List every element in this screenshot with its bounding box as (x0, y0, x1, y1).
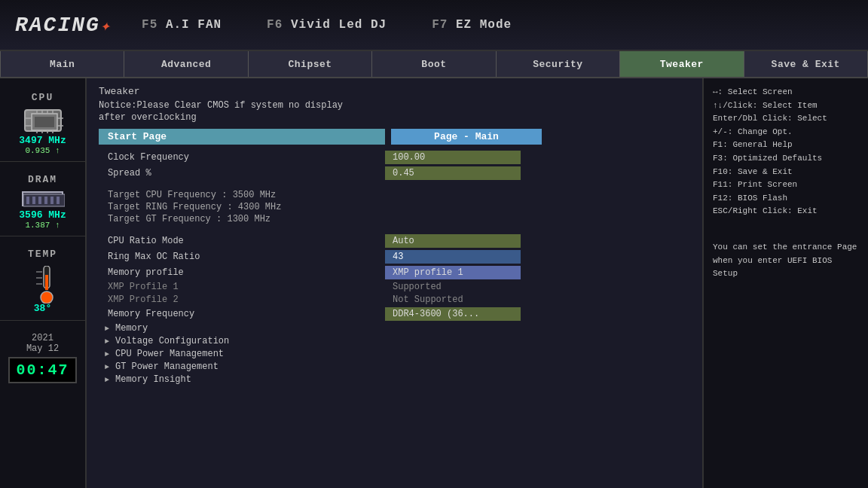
arrow-icon-cpu-power: ► (105, 350, 109, 358)
tab-main[interactable]: Main (0, 51, 124, 77)
notice-line1: Notice:Please Clear CMOS if system no di… (99, 100, 690, 111)
left-sidebar: CPU 3497 (0, 78, 87, 488)
logo: RACING✦ (15, 14, 112, 37)
xmp2-label: XMP Profile 2 (99, 294, 385, 305)
cpu-ratio-value: Auto (385, 234, 521, 248)
cpu-section: CPU 3497 (0, 86, 85, 162)
svg-rect-16 (32, 197, 35, 204)
section-title: Tweaker (99, 86, 690, 97)
target-ring: Target RING Frequency : 4300 MHz (99, 202, 690, 212)
right-panel: ↔: Select Screen ↑↓/Click: Select Item E… (702, 78, 868, 488)
help-description: You can set the entrance Page when you e… (713, 241, 859, 281)
cpu-label: CPU (32, 92, 53, 103)
expandable-memory[interactable]: ► Memory (99, 323, 690, 334)
xmp1-label: XMP Profile 1 (99, 282, 385, 292)
help-shortcuts: ↔: Select Screen ↑↓/Click: Select Item E… (713, 86, 859, 218)
tab-tweaker[interactable]: Tweaker (620, 51, 744, 77)
dram-section: DRAM 3596 MHz 1.387 ↑ (0, 168, 85, 236)
svg-rect-15 (26, 197, 29, 204)
spread-row[interactable]: Spread % 0.45 (99, 166, 690, 180)
expandable-cpu-power-label: CPU Power Management (115, 349, 224, 359)
tab-chipset[interactable]: Chipset (249, 51, 372, 77)
ring-max-label: Ring Max OC Ratio (99, 252, 385, 262)
xmp1-row: XMP Profile 1 Supported (99, 282, 690, 292)
clock-freq-label: Clock Frequency (99, 152, 385, 163)
xmp2-value: Not Supported (385, 294, 463, 305)
expandable-cpu-power[interactable]: ► CPU Power Management (99, 349, 690, 359)
tab-security[interactable]: Security (497, 51, 620, 77)
logo-text: RACING✦ (15, 14, 112, 37)
cpu-ratio-label: CPU Ratio Mode (99, 236, 385, 246)
mem-freq-label: Memory Frequency (99, 309, 385, 319)
dram-freq: 3596 MHz (19, 209, 66, 221)
dram-volt: 1.387 ↑ (25, 221, 60, 230)
menu-bar: Main Advanced Chipset Boot Security Twea… (0, 51, 868, 78)
temp-label: TEMP (28, 249, 57, 260)
expandable-gt-power-label: GT Power Management (115, 361, 219, 372)
cpu-ratio-row[interactable]: CPU Ratio Mode Auto (99, 234, 690, 248)
top-nav-f5[interactable]: F5 A.I FAN (142, 18, 222, 32)
top-bar: RACING✦ F5 A.I FAN F6 Vivid Led DJ F7 EZ… (0, 0, 868, 51)
date-month-day: May 12 (26, 343, 59, 354)
spread-label: Spread % (99, 168, 385, 178)
temp-section: TEMP 38° (0, 242, 85, 321)
date-year: 2021 (32, 333, 53, 343)
clock-freq-row[interactable]: Clock Frequency 100.00 (99, 151, 690, 164)
svg-rect-1 (35, 117, 54, 127)
arrow-icon-mem-insight: ► (105, 376, 109, 384)
svg-rect-22 (45, 275, 48, 290)
target-cpu: Target CPU Frequency : 3500 MHz (99, 190, 690, 200)
expandable-mem-insight[interactable]: ► Memory Insight (99, 374, 690, 385)
svg-rect-20 (57, 197, 60, 204)
notice-line2: after overclocking (99, 112, 690, 123)
mem-profile-value: XMP profile 1 (385, 266, 521, 279)
ring-max-value: 43 (385, 250, 521, 264)
main-layout: CPU 3497 (0, 78, 868, 488)
start-page-value: Page - Main (391, 129, 542, 145)
tab-save-exit[interactable]: Save & Exit (744, 51, 868, 77)
ring-max-row[interactable]: Ring Max OC Ratio 43 (99, 250, 690, 264)
arrow-icon-voltage: ► (105, 337, 109, 346)
svg-rect-17 (38, 197, 41, 204)
mem-freq-value: DDR4-3600 (36... (385, 307, 521, 321)
expandable-voltage-label: Voltage Configuration (115, 336, 229, 346)
xmp1-value: Supported (385, 282, 442, 292)
arrow-icon-gt-power: ► (105, 363, 109, 371)
cpu-icon (24, 109, 62, 132)
mem-freq-row[interactable]: Memory Frequency DDR4-3600 (36... (99, 307, 690, 321)
temp-value: 38° (34, 303, 51, 314)
target-gt: Target GT Frequency : 1300 MHz (99, 214, 690, 224)
svg-rect-19 (50, 197, 53, 204)
temp-icon (32, 266, 54, 300)
content-area: Tweaker Notice:Please Clear CMOS if syst… (87, 78, 702, 488)
top-nav-f6[interactable]: F6 Vivid Led DJ (267, 18, 387, 32)
tab-boot[interactable]: Boot (372, 51, 496, 77)
svg-rect-18 (44, 197, 47, 204)
arrow-icon-memory: ► (105, 325, 109, 333)
xmp2-row: XMP Profile 2 Not Supported (99, 294, 690, 305)
time-display: 00:47 (8, 357, 76, 383)
top-nav-f7[interactable]: F7 EZ Mode (432, 18, 512, 32)
expandable-voltage[interactable]: ► Voltage Configuration (99, 336, 690, 346)
date-section: 2021 May 12 00:47 (8, 327, 76, 389)
spread-value: 0.45 (385, 166, 521, 180)
svg-point-23 (41, 291, 53, 303)
mem-profile-row[interactable]: Memory profile XMP profile 1 (99, 266, 690, 279)
expandable-mem-insight-label: Memory Insight (115, 374, 191, 385)
cpu-volt: 0.935 ↑ (25, 146, 60, 155)
clock-freq-value: 100.00 (385, 151, 521, 164)
expandable-gt-power[interactable]: ► GT Power Management (99, 361, 690, 372)
cpu-freq: 3497 MHz (19, 135, 66, 146)
start-page-label: Start Page (99, 129, 385, 145)
start-page-row[interactable]: Start Page Page - Main (99, 129, 690, 145)
expandable-memory-label: Memory (115, 323, 148, 334)
dram-label: DRAM (28, 174, 57, 185)
top-nav: F5 A.I FAN F6 Vivid Led DJ F7 EZ Mode (142, 18, 512, 32)
dram-icon (22, 191, 63, 206)
mem-profile-label: Memory profile (99, 267, 385, 278)
tab-advanced[interactable]: Advanced (124, 51, 248, 77)
